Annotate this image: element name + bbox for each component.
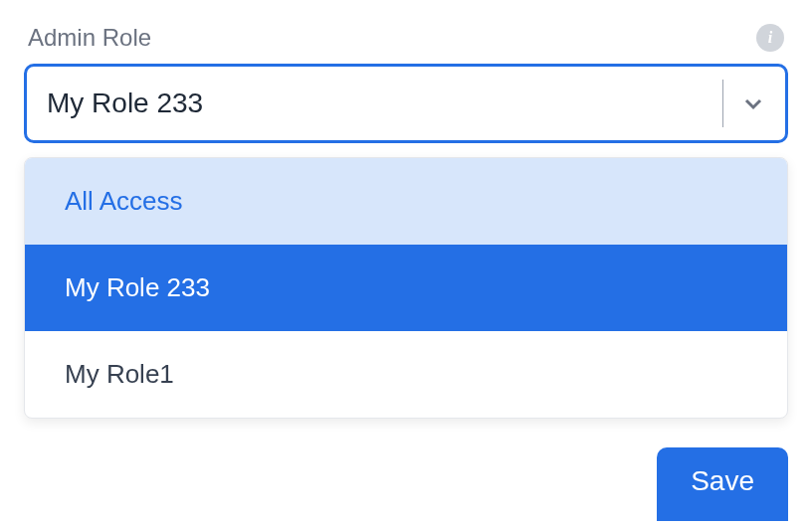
admin-role-input[interactable] [47,88,722,119]
save-button[interactable]: Save [657,447,788,521]
dropdown-option-my-role1[interactable]: My Role1 [25,331,787,418]
dropdown-menu: All Access My Role 233 My Role1 [24,157,788,419]
indicator-separator [722,80,723,127]
select-indicators [722,67,765,140]
field-label: Admin Role [28,24,151,52]
dropdown-option-my-role-233[interactable]: My Role 233 [25,245,787,331]
info-icon[interactable]: i [756,24,784,52]
admin-role-select[interactable] [24,64,788,143]
field-header: Admin Role i [24,24,788,52]
chevron-down-icon[interactable] [741,91,765,115]
dropdown-option-all-access[interactable]: All Access [25,158,787,245]
